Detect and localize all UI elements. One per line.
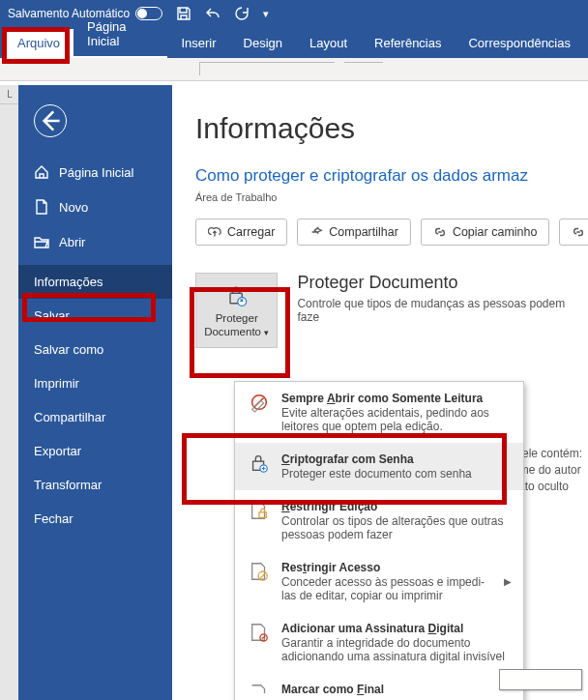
svg-point-1 (238, 298, 247, 306)
tab-file[interactable]: Arquivo (4, 29, 74, 58)
restrict-edit-icon (247, 500, 272, 541)
nav-home-label: Página Inicial (59, 165, 133, 180)
restrict-access-icon (247, 561, 272, 602)
nav-info[interactable]: Informações (18, 265, 172, 299)
share-button[interactable]: Compartilhar (297, 219, 411, 246)
copypath2-button[interactable]: Copiar c (559, 219, 588, 246)
menu-open-readonly[interactable]: Sempre Abrir como Somente LeituraEvite a… (235, 382, 523, 443)
ruler-corner: L (0, 85, 19, 104)
nav-save[interactable]: Salvar (18, 299, 172, 333)
nav-saveas-label: Salvar como (34, 342, 103, 357)
tooltip-fragment (499, 669, 582, 690)
doc-path: Área de Trabalho (195, 191, 588, 203)
nav-close[interactable]: Fechar (18, 502, 172, 536)
protect-button-label: ProtegerDocumento ▾ (204, 312, 269, 339)
nav-print-label: Imprimir (34, 376, 79, 391)
undo-icon[interactable] (205, 6, 220, 21)
nav-share[interactable]: Compartilhar (18, 400, 172, 434)
upload-button[interactable]: Carregar (195, 219, 287, 246)
menu-mark-final[interactable]: Marcar como Final (235, 673, 523, 700)
redo-icon[interactable] (234, 6, 250, 21)
nav-saveas[interactable]: Salvar como (18, 333, 172, 366)
quick-access-toolbar: ▾ (176, 6, 269, 21)
nav-export-label: Exportar (34, 444, 81, 458)
svg-rect-5 (259, 512, 266, 518)
ribbon-tabs: Arquivo Página Inicial Inserir Design La… (0, 27, 588, 58)
ribbon-body (0, 58, 588, 81)
nav-home[interactable]: Página Inicial (18, 155, 172, 190)
back-button[interactable] (34, 104, 67, 137)
nav-new[interactable]: Novo (18, 190, 172, 224)
nav-transform[interactable]: Transformar (18, 468, 172, 502)
tab-references[interactable]: Referências (361, 29, 455, 58)
nav-print[interactable]: Imprimir (18, 366, 172, 400)
nav-open[interactable]: Abrir (18, 224, 172, 259)
protect-document-button[interactable]: ProtegerDocumento ▾ (195, 273, 278, 348)
no-edit-icon (247, 392, 272, 433)
qat-overflow[interactable]: ▾ (263, 8, 269, 20)
page-title: Informações (195, 112, 588, 145)
protect-heading: Proteger Documento (297, 273, 588, 293)
nav-transform-label: Transformar (34, 478, 102, 492)
backstage-sidebar: Página Inicial Novo Abrir Informações Sa… (18, 85, 172, 700)
menu-restrict-editing[interactable]: Restringir EdiçãoControlar os tipos de a… (235, 490, 523, 551)
protect-document-menu: Sempre Abrir como Somente LeituraEvite a… (234, 381, 524, 700)
doc-title: Como proteger e criptografar os dados ar… (195, 166, 588, 186)
tab-design[interactable]: Design (230, 29, 296, 58)
tab-layout[interactable]: Layout (296, 29, 361, 58)
action-row: Carregar Compartilhar Copiar caminho Cop… (195, 219, 588, 246)
menu-digital-signature[interactable]: Adicionar uma Assinatura DigitalGarantir… (235, 612, 523, 673)
nav-new-label: Novo (59, 200, 88, 215)
menu-restrict-access[interactable]: Restringir AcessoConceder acesso às pess… (235, 551, 523, 612)
lock-shield-icon (223, 281, 250, 308)
final-icon (247, 683, 272, 700)
tab-mailings[interactable]: Correspondências (455, 29, 584, 58)
protect-text: Proteger Documento Controle que tipos de… (297, 273, 588, 324)
tab-insert[interactable]: Inserir (167, 29, 229, 58)
ruler: L (0, 85, 19, 700)
save-icon[interactable] (176, 6, 191, 21)
menu-encrypt-password[interactable]: Criptografar com SenhaProteger este docu… (235, 443, 523, 490)
tab-home[interactable]: Página Inicial (74, 13, 167, 58)
nav-save-label: Salvar (34, 308, 70, 323)
copypath-label: Copiar caminho (453, 225, 538, 239)
copypath-button[interactable]: Copiar caminho (421, 219, 550, 246)
protect-sub: Controle que tipos de mudanças as pessoa… (297, 297, 588, 324)
lock-key-icon (247, 452, 272, 481)
nav-share-label: Compartilhar (34, 410, 105, 424)
nav-export[interactable]: Exportar (18, 434, 172, 468)
nav-open-label: Abrir (59, 235, 85, 249)
nav-info-label: Informações (34, 275, 103, 289)
nav-close-label: Fechar (34, 511, 73, 526)
share-label: Compartilhar (329, 225, 398, 239)
upload-label: Carregar (227, 225, 275, 239)
signature-icon (247, 622, 272, 663)
chevron-right-icon: ▶ (504, 576, 512, 587)
protect-row: ProtegerDocumento ▾ Proteger Documento C… (195, 273, 588, 348)
